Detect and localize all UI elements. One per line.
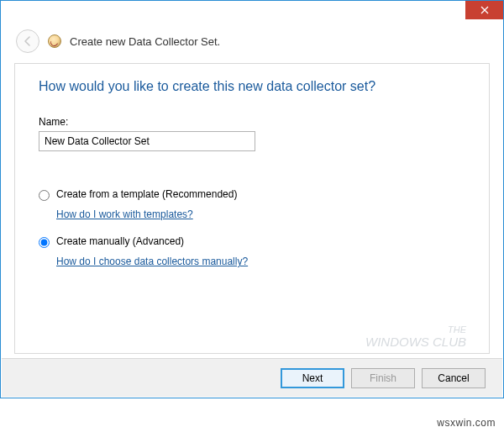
option-manual-label: Create manually (Advanced) bbox=[56, 235, 184, 247]
finish-button: Finish bbox=[351, 368, 415, 388]
radio-template[interactable] bbox=[39, 190, 50, 201]
help-link-templates[interactable]: How do I work with templates? bbox=[56, 208, 193, 220]
back-button[interactable] bbox=[16, 29, 39, 53]
name-input[interactable] bbox=[39, 131, 255, 151]
window-title: Create new Data Collector Set. bbox=[70, 35, 220, 48]
footer: Next Finish Cancel bbox=[2, 358, 502, 397]
close-button[interactable] bbox=[465, 1, 503, 19]
option-template-label: Create from a template (Recommended) bbox=[56, 188, 237, 200]
options-group: Create from a template (Recommended) How… bbox=[39, 188, 465, 282]
back-arrow-icon bbox=[22, 35, 34, 47]
content-panel: How would you like to create this new da… bbox=[14, 63, 490, 354]
close-icon bbox=[480, 6, 489, 14]
wizard-window: Create new Data Collector Set. How would… bbox=[0, 0, 504, 398]
radio-manual[interactable] bbox=[39, 237, 50, 248]
titlebar bbox=[1, 1, 503, 24]
next-button[interactable]: Next bbox=[281, 368, 344, 388]
page-heading: How would you like to create this new da… bbox=[39, 79, 465, 94]
header-row: Create new Data Collector Set. bbox=[1, 24, 503, 61]
cancel-button[interactable]: Cancel bbox=[422, 368, 486, 388]
image-source: wsxwin.com bbox=[437, 417, 496, 427]
perfmon-icon bbox=[48, 34, 61, 48]
option-manual[interactable]: Create manually (Advanced) bbox=[39, 235, 465, 248]
name-label: Name: bbox=[39, 116, 465, 128]
help-link-manual[interactable]: How do I choose data collectors manually… bbox=[56, 256, 248, 267]
option-template[interactable]: Create from a template (Recommended) bbox=[39, 188, 465, 201]
